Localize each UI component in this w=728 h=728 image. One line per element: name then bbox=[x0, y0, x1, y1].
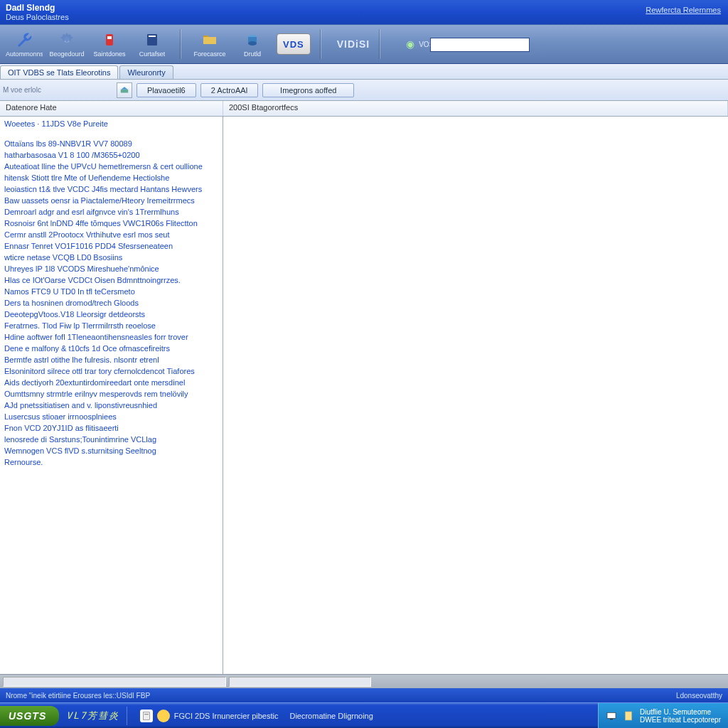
taskbar: USGTS VL7芳彗炎 FGCI 2DS Irnunercier pibest… bbox=[0, 702, 728, 728]
main-content: Woeetes · 11JDS V8e Pureite Ottaïans lbs… bbox=[0, 117, 728, 674]
taskbar-item-1[interactable]: FGCI 2DS Irnunercier pibestic bbox=[134, 707, 284, 725]
filter-label: M voe erlolc bbox=[3, 86, 41, 94]
tray-line2: DWEE triteat Lecpotorepr bbox=[640, 716, 721, 724]
tool-label: Autommonns bbox=[6, 50, 43, 58]
svg-rect-8 bbox=[121, 89, 129, 92]
wrench-icon bbox=[14, 31, 34, 49]
system-tray[interactable]: Diutflie U. Semuteome DWEE triteat Lecpo… bbox=[598, 703, 728, 729]
tool-label: Curtafset bbox=[139, 50, 166, 58]
taskbar-item-2[interactable]: Diecromatine Dligrnoing bbox=[284, 709, 378, 723]
filter-btn-3[interactable]: Imegrons aoffed bbox=[262, 83, 354, 97]
topic-link[interactable]: Ders ta hosninen dromod/trech Gloods bbox=[4, 297, 218, 309]
left-pane-title[interactable]: Woeetes · 11JDS V8e Pureite bbox=[4, 119, 218, 128]
status-box-right bbox=[229, 677, 371, 687]
topic-link[interactable]: Ennasr Tenret VO1F1016 PDD4 Sfesrseneate… bbox=[4, 240, 218, 252]
tray-line1: Diutflie U. Semuteome bbox=[640, 708, 721, 716]
vds-text: VIDiSI bbox=[337, 38, 370, 50]
drum-icon bbox=[242, 31, 262, 49]
topic-list: Ottaïans lbs 89-NNBV1R VV7 80089hatharba… bbox=[4, 138, 218, 468]
saintdones-button[interactable]: Saintdones bbox=[91, 27, 128, 61]
svg-rect-13 bbox=[625, 712, 631, 720]
tool-label: Drutld bbox=[244, 50, 261, 58]
canister-icon bbox=[100, 31, 119, 49]
topic-link[interactable]: leoiasticn t1& tlve VCDC J4fis mectard H… bbox=[4, 183, 218, 195]
start-button[interactable]: USGTS bbox=[0, 706, 59, 726]
toolbar-separator bbox=[321, 29, 321, 59]
topic-link[interactable]: Aids dectiyorh 20extuntirdomireedart ont… bbox=[4, 377, 218, 388]
status-box-left bbox=[3, 677, 226, 687]
drutld-button[interactable]: Drutld bbox=[234, 27, 271, 61]
svg-rect-12 bbox=[610, 719, 613, 719]
window-title: Dadl Slendg bbox=[6, 3, 722, 13]
beogedourd-button[interactable]: Beogedourd bbox=[48, 27, 85, 61]
topic-link[interactable]: Demroarl adgr and esrl aifgnvce vin's 1T… bbox=[4, 206, 218, 218]
svg-rect-4 bbox=[149, 36, 156, 37]
titlebar: Dadl Slendg Deus Paloclastres Rewfercta … bbox=[0, 0, 728, 24]
toolbar-separator bbox=[380, 29, 380, 59]
status-text-right: Ldonseovatthy bbox=[676, 692, 722, 700]
tab-warranty[interactable]: Wleuronrty bbox=[119, 65, 173, 79]
tool-group-mid: Forecasrce Drutld VDS bbox=[186, 25, 316, 63]
left-pane: Woeetes · 11JDS V8e Pureite Ottaïans lbs… bbox=[0, 117, 223, 674]
column-headers: Datenore Hate 200SI Btagorortfecs bbox=[0, 101, 728, 117]
topic-link[interactable]: lenosrede di Sarstuns;Tounintimrine VCLl… bbox=[4, 434, 218, 445]
tray-monitor-icon bbox=[606, 710, 617, 722]
references-link[interactable]: Rewfercta Relernmes bbox=[646, 6, 721, 14]
autommonns-button[interactable]: Autommonns bbox=[6, 27, 43, 61]
topic-link[interactable]: Rernourse. bbox=[4, 456, 218, 468]
tool-group-left: Autommonns Beogedourd Saintdones Curtafs… bbox=[0, 25, 176, 63]
taskbar-item-label: FGCI 2DS Irnunercier pibestic bbox=[174, 712, 279, 720]
status-text-left: Nrome "ineik etirtiine Erousres les::USI… bbox=[6, 692, 150, 700]
vds-badge[interactable]: VDS bbox=[277, 33, 311, 55]
sun-icon bbox=[157, 710, 170, 722]
topic-link[interactable]: Wemnogen VCS flVD s.sturnitsing Seeltnog bbox=[4, 445, 218, 456]
tool-label: Forecasrce bbox=[193, 50, 225, 58]
filter-btn-1[interactable]: Plavaoetil6 bbox=[136, 83, 196, 97]
topic-link[interactable]: Ottaïans lbs 89-NNBV1R VV7 80089 bbox=[4, 138, 218, 149]
topic-link[interactable]: Oumttsmny strmtrle erilnyv mesperovds re… bbox=[4, 388, 218, 400]
topic-link[interactable]: Namos FTC9 U TD0 In tfl teCersmeto bbox=[4, 286, 218, 297]
tool-label: Beogedourd bbox=[49, 50, 84, 58]
topic-link[interactable]: hatharbasosaa V1 8 100 /M3655+0200 bbox=[4, 149, 218, 161]
search-input[interactable] bbox=[430, 38, 530, 52]
book-icon bbox=[142, 31, 162, 49]
search-icon: ◉ bbox=[406, 38, 414, 50]
tool-label: Saintdones bbox=[93, 50, 125, 58]
topic-link[interactable]: Feratrnes. Tlod Fiw lp Tlerrmilrrsth reo… bbox=[4, 320, 218, 331]
filter-btn-2[interactable]: 2 ActroAAl bbox=[200, 83, 258, 97]
tool-group-right: VIDiSI bbox=[326, 25, 375, 63]
topic-link[interactable]: Rosnoisr 6nt lnDND 4ffe tõmques VWC1R06s… bbox=[4, 218, 218, 229]
topic-link[interactable]: Dene e malfony & t10cfs 1d Oce ofmascefi… bbox=[4, 343, 218, 354]
tray-text: Diutflie U. Semuteome DWEE triteat Lecpo… bbox=[640, 708, 721, 724]
topic-link[interactable]: Elsoninitord silrece ottl trar tory cfer… bbox=[4, 365, 218, 377]
filter-icon-button[interactable] bbox=[117, 82, 132, 98]
topic-link[interactable]: DeeotepgVtoos.V18 Lleorsigr detdeorsts bbox=[4, 309, 218, 320]
topic-link[interactable]: Bermtfe astrl otithe lhe fulresis. nlson… bbox=[4, 354, 218, 365]
topic-link[interactable]: Fnon VCD 20YJ1ID as flitisaeerti bbox=[4, 422, 218, 434]
main-toolbar: Autommonns Beogedourd Saintdones Curtafs… bbox=[0, 24, 728, 64]
topic-link[interactable]: Hdine aoftwer fofl 1Tleneaontihensneasle… bbox=[4, 331, 218, 343]
status-band bbox=[0, 674, 728, 688]
topic-link[interactable]: Cermr anstll 2Prootocx Vrthihutve esrl m… bbox=[4, 229, 218, 240]
doc-icon bbox=[140, 710, 153, 722]
svg-point-7 bbox=[248, 41, 257, 46]
svg-rect-11 bbox=[607, 712, 616, 718]
col-header-right[interactable]: 200SI Btagorortfecs bbox=[223, 101, 728, 116]
topic-link[interactable]: hitensk Stiott tlre Mte of Ueñendeme Hec… bbox=[4, 172, 218, 183]
toolbar-separator bbox=[181, 29, 181, 59]
curtafset-button[interactable]: Curtafset bbox=[134, 27, 171, 61]
tab-vdbs[interactable]: OIT VDBS se Tlats Eleorotins bbox=[0, 65, 118, 79]
forecasrce-button[interactable]: Forecasrce bbox=[191, 27, 228, 61]
topic-link[interactable]: AJd pnetssitiatisen and v. liponstivreus… bbox=[4, 400, 218, 411]
svg-rect-2 bbox=[107, 36, 112, 39]
topic-link[interactable]: Lusercsus stioaer irrnoosplniees bbox=[4, 411, 218, 422]
topic-link[interactable]: Hlas ce IOt'Oarse VCDCt Oisen Bdmnttnoin… bbox=[4, 274, 218, 286]
col-header-left[interactable]: Datenore Hate bbox=[0, 101, 223, 116]
topic-link[interactable]: wticre netase VCQB LD0 Bsosiins bbox=[4, 252, 218, 263]
filter-row: M voe erlolc Plavaoetil6 2 ActroAAl Imeg… bbox=[0, 80, 728, 101]
tab-row: OIT VDBS se Tlats Eleorotins Wleuronrty bbox=[0, 64, 728, 80]
topic-link[interactable]: Auteatioat lline the UPVcU hemetlremersn… bbox=[4, 161, 218, 172]
topic-link[interactable]: Baw uassets oensr ia Piactaleme/Hteory I… bbox=[4, 195, 218, 206]
status-bar: Nrome "ineik etirtiine Erousres les::USI… bbox=[0, 688, 728, 702]
topic-link[interactable]: Uhreyes lP 1l8 VCODS Mireshuehe'nmônice bbox=[4, 263, 218, 274]
